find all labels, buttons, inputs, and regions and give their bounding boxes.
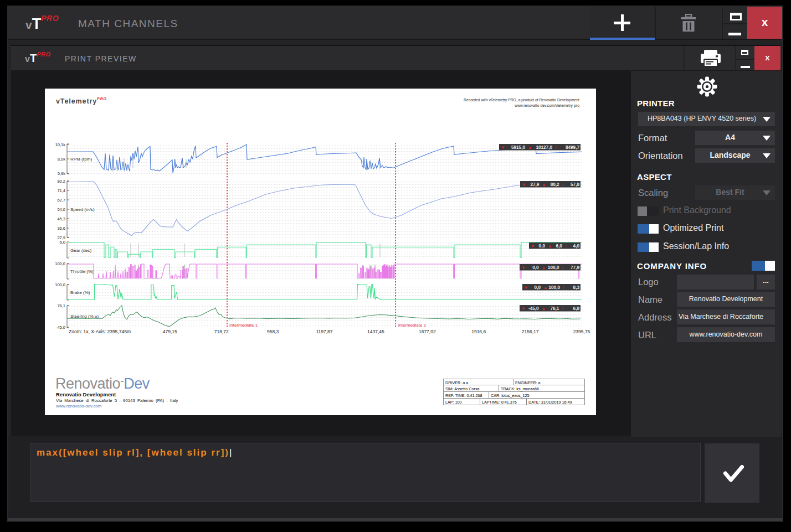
svg-text:Throttle (%): Throttle (%) — [70, 269, 94, 274]
svg-text:100,0: 100,0 — [549, 285, 561, 290]
svg-text:10127,0: 10127,0 — [536, 145, 552, 150]
svg-text:Speed (m/s): Speed (m/s) — [70, 207, 95, 212]
svg-text:36,6: 36,6 — [57, 226, 65, 231]
svg-text:100,0: 100,0 — [55, 261, 65, 266]
svg-text:Brake (%): Brake (%) — [70, 290, 90, 295]
svg-text:2156,17: 2156,17 — [522, 329, 539, 334]
svg-text:Zoom: 1x, X-Axis: 2395,745m: Zoom: 1x, X-Axis: 2395,745m — [69, 329, 131, 334]
svg-text:8,3: 8,3 — [573, 285, 580, 290]
svg-text:▲: ▲ — [543, 285, 547, 290]
svg-text:76,1: 76,1 — [550, 306, 559, 311]
svg-text:▼: ▼ — [521, 306, 525, 311]
svg-text:57,8: 57,8 — [571, 182, 579, 187]
svg-text:0,0: 0,0 — [539, 244, 546, 249]
svg-text:▼: ▼ — [524, 285, 528, 290]
svg-text:76,1: 76,1 — [57, 303, 65, 308]
svg-text:479,15: 479,15 — [163, 329, 177, 334]
svg-text:4,0: 4,0 — [573, 244, 580, 249]
svg-text:▲: ▲ — [542, 306, 546, 311]
svg-text:x̄: x̄ — [555, 145, 557, 150]
svg-text:80,2: 80,2 — [57, 179, 65, 184]
svg-text:1197,87: 1197,87 — [316, 329, 332, 334]
svg-text:▼: ▼ — [522, 182, 526, 187]
svg-text:RPM (rpm): RPM (rpm) — [70, 157, 92, 162]
svg-text:▲: ▲ — [528, 145, 532, 150]
svg-text:10,1k: 10,1k — [55, 142, 66, 147]
svg-text:6,0: 6,0 — [556, 244, 563, 249]
svg-text:▲: ▲ — [548, 244, 552, 249]
svg-text:1437,45: 1437,45 — [367, 329, 384, 334]
svg-text:1916,6: 1916,6 — [471, 329, 486, 334]
svg-text:Gear (dec): Gear (dec) — [70, 248, 92, 253]
svg-text:x̄: x̄ — [562, 265, 564, 270]
svg-text:8,0k: 8,0k — [58, 157, 65, 162]
svg-text:▼: ▼ — [521, 265, 525, 270]
svg-text:▲: ▲ — [542, 265, 546, 270]
svg-text:27,9: 27,9 — [530, 182, 539, 187]
svg-text:-45,0: -45,0 — [56, 325, 65, 330]
svg-text:-45,0: -45,0 — [528, 306, 539, 311]
svg-text:x̄: x̄ — [565, 244, 567, 249]
svg-text:100,0: 100,0 — [55, 282, 65, 287]
svg-text:2395,75: 2395,75 — [573, 329, 590, 334]
svg-text:▼: ▼ — [501, 145, 505, 150]
svg-text:6,0: 6,0 — [60, 240, 65, 245]
svg-text:8499,7: 8499,7 — [566, 145, 579, 150]
svg-text:▼: ▼ — [531, 244, 535, 249]
svg-text:77,9: 77,9 — [571, 265, 579, 270]
svg-text:71,4: 71,4 — [57, 188, 65, 193]
svg-text:958,3: 958,3 — [267, 329, 279, 334]
svg-text:45,3: 45,3 — [57, 216, 65, 221]
svg-text:1677,02: 1677,02 — [419, 329, 436, 334]
svg-text:80,2: 80,2 — [551, 182, 559, 187]
svg-text:5,9k: 5,9k — [58, 171, 65, 176]
svg-text:0,0: 0,0 — [532, 265, 539, 270]
svg-text:x̄: x̄ — [562, 182, 564, 187]
svg-text:718,72: 718,72 — [214, 329, 229, 334]
svg-text:0,0: 0,0 — [535, 285, 541, 290]
svg-text:6,8: 6,8 — [573, 306, 580, 311]
svg-text:54,0: 54,0 — [57, 207, 65, 212]
svg-text:Intermediate 1: Intermediate 1 — [229, 323, 258, 328]
svg-text:62,7: 62,7 — [57, 198, 65, 203]
svg-text:▲: ▲ — [542, 182, 546, 187]
svg-text:x̄: x̄ — [562, 306, 564, 311]
svg-text:Intermediate 2: Intermediate 2 — [398, 323, 427, 328]
svg-text:100,0: 100,0 — [548, 265, 559, 270]
svg-text:x̄: x̄ — [563, 285, 565, 290]
svg-text:5915,0: 5915,0 — [511, 145, 525, 150]
